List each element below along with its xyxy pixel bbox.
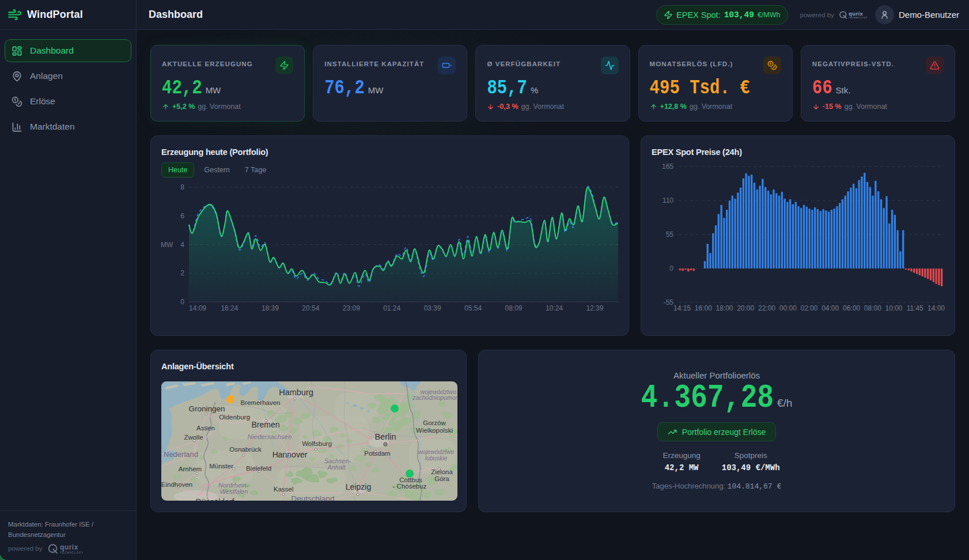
svg-text:14:00: 14:00	[928, 304, 945, 312]
svg-text:02:00: 02:00	[800, 304, 817, 312]
svg-text:- Chóśebuz: - Chóśebuz	[393, 483, 427, 490]
svg-text:MW: MW	[161, 241, 173, 249]
svg-text:Wielkopolski: Wielkopolski	[416, 427, 453, 434]
svg-text:0: 0	[669, 264, 673, 273]
svg-text:Góra: Góra	[434, 475, 449, 482]
svg-text:01:24: 01:24	[383, 304, 400, 312]
svg-text:Bremen: Bremen	[251, 420, 279, 429]
svg-text:165: 165	[662, 162, 673, 171]
svg-text:18:00: 18:00	[716, 304, 733, 312]
svg-text:06:00: 06:00	[843, 304, 860, 312]
svg-text:Niedersachsen: Niedersachsen	[248, 433, 292, 440]
svg-text:Wolfsburg: Wolfsburg	[302, 440, 332, 447]
svg-text:12:39: 12:39	[586, 304, 603, 312]
svg-text:Deutschland: Deutschland	[291, 494, 334, 501]
svg-text:Hamburg: Hamburg	[279, 388, 313, 397]
svg-text:10:24: 10:24	[546, 304, 563, 312]
svg-text:23:09: 23:09	[343, 304, 360, 312]
svg-text:10:00: 10:00	[885, 304, 902, 312]
svg-text:Bremerhaven: Bremerhaven	[240, 399, 280, 406]
svg-text:lubuskie: lubuskie	[425, 455, 448, 461]
svg-text:110: 110	[663, 196, 673, 205]
svg-text:Zwolle: Zwolle	[184, 434, 203, 441]
svg-text:zachodniopomor: zachodniopomor	[412, 394, 457, 401]
svg-text:-55: -55	[664, 298, 674, 307]
svg-text:Anhalt: Anhalt	[327, 464, 346, 471]
svg-text:Bielefeld: Bielefeld	[246, 465, 271, 472]
svg-text:4: 4	[180, 241, 184, 249]
svg-text:16:00: 16:00	[695, 304, 712, 312]
svg-text:Assen: Assen	[196, 425, 215, 432]
svg-text:6: 6	[180, 212, 184, 220]
svg-text:08:00: 08:00	[864, 304, 881, 312]
svg-text:Arnhem: Arnhem	[179, 466, 202, 472]
svg-text:03:39: 03:39	[424, 304, 441, 312]
svg-text:Nederland: Nederland	[164, 450, 198, 459]
svg-text:Leipzig: Leipzig	[346, 482, 371, 491]
svg-text:04:00: 04:00	[822, 304, 839, 312]
svg-text:qurix: qurix	[60, 543, 78, 551]
svg-text:18:39: 18:39	[262, 304, 279, 312]
svg-text:14:15: 14:15	[673, 304, 691, 312]
svg-text:TECHNOLOGY: TECHNOLOGY	[849, 17, 867, 19]
svg-text:Osnabrück: Osnabrück	[229, 446, 262, 453]
svg-text:Westfalen: Westfalen	[220, 488, 248, 495]
svg-text:55: 55	[666, 230, 674, 239]
svg-text:11:45: 11:45	[907, 304, 923, 312]
svg-text:Eindhoven: Eindhoven	[161, 481, 192, 488]
svg-text:Gorzów: Gorzów	[423, 419, 446, 426]
svg-text:20:54: 20:54	[302, 304, 319, 312]
svg-text:Berlin: Berlin	[374, 432, 396, 441]
svg-text:Kassel: Kassel	[274, 486, 294, 493]
svg-text:08:09: 08:09	[505, 304, 522, 312]
svg-text:0: 0	[180, 298, 184, 306]
svg-text:14:09: 14:09	[189, 304, 206, 312]
svg-text:Zielona: Zielona	[431, 468, 453, 475]
svg-text:Potsdam: Potsdam	[364, 450, 390, 457]
svg-text:22:00: 22:00	[758, 304, 775, 312]
svg-text:00:00: 00:00	[779, 304, 797, 312]
svg-text:qurix: qurix	[849, 10, 863, 17]
svg-text:Groningen: Groningen	[188, 404, 225, 413]
svg-text:16:24: 16:24	[221, 304, 238, 312]
svg-text:Münster: Münster	[209, 463, 233, 470]
svg-text:TECHNOLOGY: TECHNOLOGY	[60, 551, 84, 554]
svg-text:2: 2	[180, 269, 184, 277]
svg-text:Oldenburg: Oldenburg	[219, 414, 250, 421]
svg-text:Düsseldorf: Düsseldorf	[196, 497, 234, 501]
svg-text:Hannover: Hannover	[272, 450, 308, 459]
svg-text:05:54: 05:54	[464, 304, 482, 312]
svg-text:8: 8	[180, 183, 184, 191]
svg-text:20:00: 20:00	[737, 304, 754, 312]
